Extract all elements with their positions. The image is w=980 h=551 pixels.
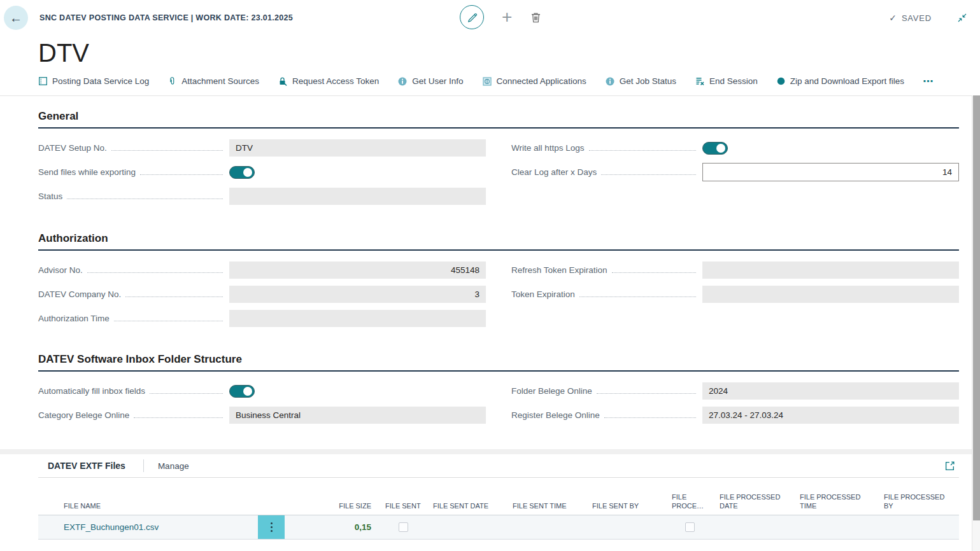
col-file-processed[interactable]: FILE PROCE… [665,478,713,515]
action-request-access-token[interactable]: Request Access Token [278,76,379,87]
category-belege-online-field[interactable]: Business Central [229,407,486,424]
field-authorization-time: Authorization Time [38,310,486,327]
datev-setup-no-field[interactable]: DTV [229,139,486,157]
edit-button[interactable] [460,5,484,29]
file-name-link[interactable]: EXTF_Buchungen01.csv [64,522,159,532]
action-zip-and-download[interactable]: Zip and Download Export files [776,76,904,86]
file-processed-checkbox[interactable] [685,522,695,532]
auto-fill-inbox-toggle[interactable] [229,385,255,398]
clear-log-days-input[interactable] [702,163,959,181]
vertical-scrollbar[interactable] [972,95,980,551]
field-datev-company-no: DATEV Company No. 3 [38,286,486,303]
dotted-leader [114,316,223,321]
row-menu-button[interactable] [258,515,285,539]
token-expiration-field[interactable] [702,286,959,303]
connected-apps-icon [482,76,492,87]
row-gutter [38,478,64,515]
action-attachment-sources[interactable]: Attachment Sources [167,76,259,86]
delete-record-button[interactable] [530,11,542,24]
page-content: General DATEV Setup No. DTV Send files w… [0,110,980,540]
file-sent-by-cell [586,515,665,539]
section-inbox-fields: Automatically fill inbox fields Category… [38,382,959,431]
field-clear-log-days: Clear Log after x Days [511,164,959,181]
field-label: Folder Belege Online [511,386,592,396]
action-get-user-info[interactable]: Get User Info [397,76,463,87]
files-part-header: DATEV EXTF Files Manage [38,454,959,477]
field-label: Send files while exporting [38,167,136,177]
plus-icon: + [502,7,512,27]
page-title: DTV [38,38,980,67]
action-end-session[interactable]: End Session [695,76,758,87]
dotted-leader [579,291,696,297]
col-file-name[interactable]: FILE NAME [64,478,258,515]
register-belege-online-field[interactable]: 27.03.24 - 27.03.24 [702,407,959,424]
scrollbar-thumb[interactable] [973,95,980,520]
action-label: End Session [709,76,758,86]
section-authorization-title[interactable]: Authorization [38,232,959,251]
folder-belege-online-field[interactable]: 2024 [702,382,959,400]
field-label: Clear Log after x Days [511,167,597,177]
action-label: Get Job Status [620,76,676,86]
file-processed-by-cell [877,515,959,539]
col-row-menu [258,478,285,515]
dotted-leader [87,267,223,273]
authorization-time-field[interactable] [229,310,486,327]
advisor-no-field[interactable]: 455148 [229,262,486,279]
files-part-title[interactable]: DATEV EXTF Files [48,461,125,471]
field-send-files-while-exporting: Send files while exporting [38,164,486,181]
status-field[interactable] [229,188,486,205]
field-datev-setup-no: DATEV Setup No. DTV [38,139,486,157]
col-file-sent[interactable]: FILE SENT [379,478,427,515]
col-file-sent-time[interactable]: FILE SENT TIME [506,478,586,515]
dotted-leader [612,267,696,273]
action-label: Attachment Sources [181,76,259,86]
action-get-job-status[interactable]: Get Job Status [605,76,676,87]
dotted-leader [111,145,223,151]
file-sent-checkbox[interactable] [399,522,408,532]
col-file-processed-time[interactable]: FILE PROCESSED TIME [793,478,877,515]
field-status: Status [38,188,486,205]
datev-company-no-field[interactable]: 3 [229,286,486,303]
field-label: Register Belege Online [511,410,600,420]
files-table: FILE NAME FILE SIZE FILE SENT FILE SENT … [38,478,959,540]
collapse-icon [957,13,967,23]
send-files-toggle[interactable] [229,166,255,179]
refresh-token-expiration-field[interactable] [702,262,959,279]
section-inbox-title[interactable]: DATEV Software Inbox Folder Structure [38,353,959,372]
collapse-page-button[interactable] [957,13,967,23]
top-bar: ← SNC DATEV POSTING DATA SERVICE | WORK … [0,0,980,36]
field-label: Authorization Time [38,314,110,323]
paperclip-icon [167,76,177,86]
section-general-fields: DATEV Setup No. DTV Send files while exp… [38,139,959,212]
action-connected-applications[interactable]: Connected Applications [482,76,586,87]
file-sent-date-cell [427,515,506,539]
col-file-sent-date[interactable]: FILE SENT DATE [427,478,506,515]
open-list-in-new-window-button[interactable] [944,461,955,471]
divider [143,459,144,472]
back-button[interactable]: ← [4,6,28,30]
new-record-button[interactable]: + [499,8,515,26]
action-posting-data-service-log[interactable]: Posting Data Service Log [38,76,149,86]
vertical-ellipsis-icon [271,522,273,532]
col-file-processed-by[interactable]: FILE PROCESSED BY [877,478,959,515]
dotted-leader [125,291,223,297]
write-https-logs-toggle[interactable] [702,142,728,155]
col-file-processed-date[interactable]: FILE PROCESSED DATE [713,478,793,515]
files-table-header-row: FILE NAME FILE SIZE FILE SENT FILE SENT … [38,478,959,515]
field-label: Status [38,192,62,201]
field-token-expiration: Token Expiration [511,286,959,303]
manage-menu-button[interactable]: Manage [158,461,189,471]
pencil-icon [466,11,478,23]
table-row[interactable]: EXTF_Buchungen01.csv 0,15 [38,515,959,539]
field-write-https-logs: Write all https Logs [511,139,959,157]
field-label: DATEV Setup No. [38,143,107,153]
field-register-belege-online: Register Belege Online 27.03.24 - 27.03.… [511,407,959,424]
action-bar: Posting Data Service Log Attachment Sour… [0,75,980,96]
col-file-sent-by[interactable]: FILE SENT BY [586,478,665,515]
dotted-leader [604,412,696,418]
more-actions-button[interactable]: ⋯ [923,75,934,87]
section-general-title[interactable]: General [38,110,959,129]
field-auto-fill-inbox: Automatically fill inbox fields [38,382,486,400]
field-label: DATEV Company No. [38,289,121,299]
col-file-size[interactable]: FILE SIZE [285,478,379,515]
